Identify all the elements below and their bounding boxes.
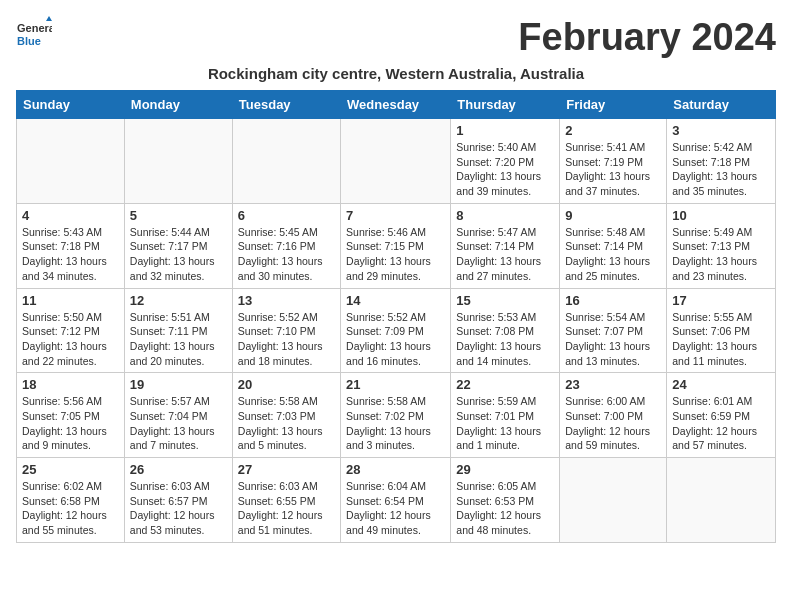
day-detail: Sunrise: 5:54 AM Sunset: 7:07 PM Dayligh… bbox=[565, 310, 661, 369]
day-number: 17 bbox=[672, 293, 770, 308]
day-detail: Sunrise: 5:40 AM Sunset: 7:20 PM Dayligh… bbox=[456, 140, 554, 199]
day-number: 3 bbox=[672, 123, 770, 138]
col-header-sunday: Sunday bbox=[17, 91, 125, 119]
calendar-cell bbox=[124, 119, 232, 204]
calendar-cell: 14Sunrise: 5:52 AM Sunset: 7:09 PM Dayli… bbox=[341, 288, 451, 373]
svg-text:General: General bbox=[17, 22, 52, 34]
calendar-cell: 17Sunrise: 5:55 AM Sunset: 7:06 PM Dayli… bbox=[667, 288, 776, 373]
day-detail: Sunrise: 5:44 AM Sunset: 7:17 PM Dayligh… bbox=[130, 225, 227, 284]
calendar-cell: 15Sunrise: 5:53 AM Sunset: 7:08 PM Dayli… bbox=[451, 288, 560, 373]
page-subtitle: Rockingham city centre, Western Australi… bbox=[16, 65, 776, 82]
day-detail: Sunrise: 5:52 AM Sunset: 7:09 PM Dayligh… bbox=[346, 310, 445, 369]
calendar-cell: 4Sunrise: 5:43 AM Sunset: 7:18 PM Daylig… bbox=[17, 203, 125, 288]
calendar-cell bbox=[341, 119, 451, 204]
day-detail: Sunrise: 5:43 AM Sunset: 7:18 PM Dayligh… bbox=[22, 225, 119, 284]
day-detail: Sunrise: 6:05 AM Sunset: 6:53 PM Dayligh… bbox=[456, 479, 554, 538]
calendar-cell: 10Sunrise: 5:49 AM Sunset: 7:13 PM Dayli… bbox=[667, 203, 776, 288]
day-number: 22 bbox=[456, 377, 554, 392]
day-detail: Sunrise: 5:53 AM Sunset: 7:08 PM Dayligh… bbox=[456, 310, 554, 369]
day-number: 16 bbox=[565, 293, 661, 308]
day-detail: Sunrise: 5:41 AM Sunset: 7:19 PM Dayligh… bbox=[565, 140, 661, 199]
calendar-cell: 2Sunrise: 5:41 AM Sunset: 7:19 PM Daylig… bbox=[560, 119, 667, 204]
page-title: February 2024 bbox=[518, 16, 776, 59]
calendar-cell: 16Sunrise: 5:54 AM Sunset: 7:07 PM Dayli… bbox=[560, 288, 667, 373]
day-number: 14 bbox=[346, 293, 445, 308]
calendar-cell bbox=[667, 458, 776, 543]
calendar-cell bbox=[17, 119, 125, 204]
col-header-saturday: Saturday bbox=[667, 91, 776, 119]
day-number: 24 bbox=[672, 377, 770, 392]
calendar-cell: 26Sunrise: 6:03 AM Sunset: 6:57 PM Dayli… bbox=[124, 458, 232, 543]
day-number: 12 bbox=[130, 293, 227, 308]
logo-area: General Blue bbox=[16, 16, 52, 52]
calendar-cell: 9Sunrise: 5:48 AM Sunset: 7:14 PM Daylig… bbox=[560, 203, 667, 288]
calendar-cell: 24Sunrise: 6:01 AM Sunset: 6:59 PM Dayli… bbox=[667, 373, 776, 458]
day-number: 26 bbox=[130, 462, 227, 477]
day-detail: Sunrise: 6:03 AM Sunset: 6:55 PM Dayligh… bbox=[238, 479, 335, 538]
day-number: 18 bbox=[22, 377, 119, 392]
day-detail: Sunrise: 5:49 AM Sunset: 7:13 PM Dayligh… bbox=[672, 225, 770, 284]
day-detail: Sunrise: 5:42 AM Sunset: 7:18 PM Dayligh… bbox=[672, 140, 770, 199]
svg-marker-3 bbox=[46, 16, 52, 21]
day-number: 11 bbox=[22, 293, 119, 308]
calendar-cell: 29Sunrise: 6:05 AM Sunset: 6:53 PM Dayli… bbox=[451, 458, 560, 543]
calendar-cell: 11Sunrise: 5:50 AM Sunset: 7:12 PM Dayli… bbox=[17, 288, 125, 373]
day-number: 9 bbox=[565, 208, 661, 223]
calendar-cell: 18Sunrise: 5:56 AM Sunset: 7:05 PM Dayli… bbox=[17, 373, 125, 458]
day-detail: Sunrise: 5:59 AM Sunset: 7:01 PM Dayligh… bbox=[456, 394, 554, 453]
day-detail: Sunrise: 5:48 AM Sunset: 7:14 PM Dayligh… bbox=[565, 225, 661, 284]
day-number: 6 bbox=[238, 208, 335, 223]
day-number: 20 bbox=[238, 377, 335, 392]
calendar-cell: 5Sunrise: 5:44 AM Sunset: 7:17 PM Daylig… bbox=[124, 203, 232, 288]
day-number: 19 bbox=[130, 377, 227, 392]
day-detail: Sunrise: 5:56 AM Sunset: 7:05 PM Dayligh… bbox=[22, 394, 119, 453]
calendar-cell: 13Sunrise: 5:52 AM Sunset: 7:10 PM Dayli… bbox=[232, 288, 340, 373]
day-number: 4 bbox=[22, 208, 119, 223]
day-detail: Sunrise: 5:50 AM Sunset: 7:12 PM Dayligh… bbox=[22, 310, 119, 369]
day-detail: Sunrise: 6:02 AM Sunset: 6:58 PM Dayligh… bbox=[22, 479, 119, 538]
col-header-wednesday: Wednesday bbox=[341, 91, 451, 119]
logo-svg: General Blue bbox=[16, 16, 52, 52]
day-number: 25 bbox=[22, 462, 119, 477]
day-detail: Sunrise: 5:46 AM Sunset: 7:15 PM Dayligh… bbox=[346, 225, 445, 284]
calendar-cell: 1Sunrise: 5:40 AM Sunset: 7:20 PM Daylig… bbox=[451, 119, 560, 204]
col-header-friday: Friday bbox=[560, 91, 667, 119]
calendar-table: SundayMondayTuesdayWednesdayThursdayFrid… bbox=[16, 90, 776, 543]
day-detail: Sunrise: 5:58 AM Sunset: 7:02 PM Dayligh… bbox=[346, 394, 445, 453]
day-number: 13 bbox=[238, 293, 335, 308]
calendar-cell: 23Sunrise: 6:00 AM Sunset: 7:00 PM Dayli… bbox=[560, 373, 667, 458]
day-detail: Sunrise: 5:58 AM Sunset: 7:03 PM Dayligh… bbox=[238, 394, 335, 453]
calendar-cell bbox=[560, 458, 667, 543]
calendar-cell: 8Sunrise: 5:47 AM Sunset: 7:14 PM Daylig… bbox=[451, 203, 560, 288]
calendar-cell: 20Sunrise: 5:58 AM Sunset: 7:03 PM Dayli… bbox=[232, 373, 340, 458]
day-detail: Sunrise: 5:45 AM Sunset: 7:16 PM Dayligh… bbox=[238, 225, 335, 284]
calendar-cell: 27Sunrise: 6:03 AM Sunset: 6:55 PM Dayli… bbox=[232, 458, 340, 543]
day-number: 1 bbox=[456, 123, 554, 138]
day-number: 21 bbox=[346, 377, 445, 392]
day-number: 15 bbox=[456, 293, 554, 308]
svg-text:Blue: Blue bbox=[17, 35, 41, 47]
day-detail: Sunrise: 5:51 AM Sunset: 7:11 PM Dayligh… bbox=[130, 310, 227, 369]
day-number: 7 bbox=[346, 208, 445, 223]
calendar-cell: 19Sunrise: 5:57 AM Sunset: 7:04 PM Dayli… bbox=[124, 373, 232, 458]
day-number: 2 bbox=[565, 123, 661, 138]
calendar-cell bbox=[232, 119, 340, 204]
day-detail: Sunrise: 5:57 AM Sunset: 7:04 PM Dayligh… bbox=[130, 394, 227, 453]
day-detail: Sunrise: 6:03 AM Sunset: 6:57 PM Dayligh… bbox=[130, 479, 227, 538]
day-detail: Sunrise: 6:04 AM Sunset: 6:54 PM Dayligh… bbox=[346, 479, 445, 538]
calendar-cell: 22Sunrise: 5:59 AM Sunset: 7:01 PM Dayli… bbox=[451, 373, 560, 458]
day-number: 28 bbox=[346, 462, 445, 477]
calendar-cell: 12Sunrise: 5:51 AM Sunset: 7:11 PM Dayli… bbox=[124, 288, 232, 373]
day-number: 5 bbox=[130, 208, 227, 223]
day-detail: Sunrise: 5:55 AM Sunset: 7:06 PM Dayligh… bbox=[672, 310, 770, 369]
day-detail: Sunrise: 5:47 AM Sunset: 7:14 PM Dayligh… bbox=[456, 225, 554, 284]
calendar-cell: 3Sunrise: 5:42 AM Sunset: 7:18 PM Daylig… bbox=[667, 119, 776, 204]
day-detail: Sunrise: 6:00 AM Sunset: 7:00 PM Dayligh… bbox=[565, 394, 661, 453]
col-header-tuesday: Tuesday bbox=[232, 91, 340, 119]
calendar-cell: 28Sunrise: 6:04 AM Sunset: 6:54 PM Dayli… bbox=[341, 458, 451, 543]
col-header-thursday: Thursday bbox=[451, 91, 560, 119]
day-number: 10 bbox=[672, 208, 770, 223]
calendar-cell: 21Sunrise: 5:58 AM Sunset: 7:02 PM Dayli… bbox=[341, 373, 451, 458]
calendar-cell: 7Sunrise: 5:46 AM Sunset: 7:15 PM Daylig… bbox=[341, 203, 451, 288]
day-number: 8 bbox=[456, 208, 554, 223]
